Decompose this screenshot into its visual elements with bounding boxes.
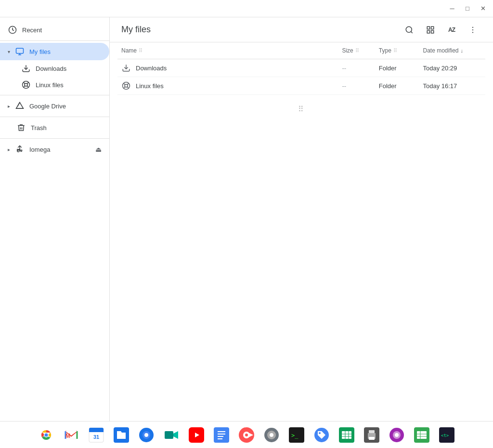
sidebar: Recent ▾ My files bbox=[0, 17, 110, 421]
file-name-cell: Linux files bbox=[117, 77, 338, 95]
svg-point-54 bbox=[245, 434, 248, 436]
file-name: Downloads bbox=[136, 65, 167, 72]
taskbar-youtube[interactable] bbox=[185, 423, 208, 447]
svg-rect-16 bbox=[431, 26, 434, 29]
svg-rect-15 bbox=[427, 26, 429, 29]
sidebar-item-iomega[interactable]: ▸ Iomega ⏏ bbox=[0, 141, 109, 158]
svg-rect-72 bbox=[369, 437, 375, 440]
minimize-button[interactable]: ─ bbox=[448, 4, 456, 13]
svg-point-24 bbox=[125, 84, 128, 87]
taskbar-music[interactable] bbox=[235, 423, 258, 447]
taskbar-terminal[interactable]: >_ bbox=[285, 423, 308, 447]
svg-rect-17 bbox=[427, 30, 429, 33]
svg-line-7 bbox=[24, 82, 25, 84]
taskbar-dev[interactable]: <t> bbox=[435, 423, 458, 447]
file-list: Name ⠿ Size ⠿ Type bbox=[110, 42, 493, 421]
download-icon bbox=[121, 63, 131, 73]
drag-handle-name: ⠿ bbox=[139, 48, 143, 54]
svg-point-6 bbox=[25, 83, 27, 86]
svg-text:>_: >_ bbox=[291, 432, 298, 439]
taskbar-sheets2[interactable] bbox=[410, 423, 433, 447]
table-header: Name ⠿ Size ⠿ Type bbox=[117, 42, 485, 59]
sidebar-item-downloads[interactable]: Downloads bbox=[0, 60, 109, 77]
file-size: -- bbox=[338, 77, 375, 95]
clock-icon bbox=[8, 25, 17, 35]
sidebar-item-myfiles[interactable]: ▾ My files bbox=[0, 43, 109, 60]
usb-icon bbox=[15, 145, 25, 154]
linux-icon bbox=[21, 80, 31, 90]
sort-button[interactable]: AZ bbox=[443, 21, 460, 39]
svg-line-28 bbox=[124, 87, 125, 88]
svg-point-20 bbox=[472, 29, 473, 30]
svg-point-13 bbox=[406, 26, 412, 32]
sidebar-item-linuxfiles-label: Linux files bbox=[36, 81, 64, 89]
column-header-date[interactable]: Date modified ↓ bbox=[419, 42, 485, 59]
svg-rect-44 bbox=[165, 431, 173, 439]
window-chrome: ─ □ ✕ bbox=[0, 0, 493, 17]
table-body: Downloads--FolderToday 20:29 Linux files… bbox=[117, 59, 485, 95]
taskbar-chromium[interactable] bbox=[260, 423, 283, 447]
svg-point-58 bbox=[270, 433, 273, 437]
taskbar-tag[interactable] bbox=[310, 423, 333, 447]
svg-point-21 bbox=[472, 32, 473, 33]
table-row[interactable]: Linux files--FolderToday 16:17 bbox=[117, 77, 485, 95]
taskbar-canister[interactable] bbox=[385, 423, 408, 447]
taskbar-sheets[interactable] bbox=[335, 423, 358, 447]
svg-line-10 bbox=[24, 86, 25, 87]
monitor-icon bbox=[15, 47, 25, 56]
drag-dots-icon: ⠿ bbox=[298, 105, 305, 114]
sidebar-item-googledrive-label: Google Drive bbox=[29, 103, 102, 110]
eject-button[interactable]: ⏏ bbox=[95, 145, 102, 153]
svg-point-42 bbox=[144, 433, 148, 437]
svg-line-14 bbox=[411, 31, 412, 33]
taskbar-chrome[interactable] bbox=[35, 423, 58, 447]
file-name: Linux files bbox=[136, 82, 164, 90]
svg-line-27 bbox=[127, 83, 129, 85]
table-row[interactable]: Downloads--FolderToday 20:29 bbox=[117, 59, 485, 77]
search-button[interactable] bbox=[401, 21, 418, 39]
drag-handle-size: ⠿ bbox=[355, 48, 359, 54]
svg-line-12 bbox=[20, 149, 21, 151]
svg-line-8 bbox=[27, 86, 28, 87]
sidebar-item-linuxfiles[interactable]: Linux files bbox=[0, 77, 109, 93]
file-size: -- bbox=[338, 59, 375, 77]
sidebar-item-recent-label: Recent bbox=[22, 26, 102, 34]
svg-point-62 bbox=[319, 432, 321, 434]
grid-view-button[interactable] bbox=[422, 21, 439, 39]
chevron-right-icon-2: ▸ bbox=[8, 147, 10, 152]
toolbar-actions: AZ bbox=[401, 21, 481, 39]
sidebar-item-googledrive[interactable]: ▸ Google Drive bbox=[0, 97, 109, 115]
taskbar-meet[interactable] bbox=[160, 423, 183, 447]
taskbar-printer[interactable] bbox=[360, 423, 383, 447]
svg-rect-48 bbox=[218, 431, 225, 432]
file-type: Folder bbox=[375, 77, 419, 95]
column-header-size[interactable]: Size ⠿ bbox=[338, 42, 375, 59]
taskbar-calendar[interactable]: 31 bbox=[85, 423, 108, 447]
taskbar-remote[interactable] bbox=[135, 423, 158, 447]
svg-rect-47 bbox=[214, 427, 229, 443]
sidebar-divider-3 bbox=[0, 117, 109, 117]
svg-rect-51 bbox=[218, 438, 222, 439]
download-icon bbox=[21, 64, 31, 73]
linux-icon bbox=[121, 81, 131, 91]
file-type: Folder bbox=[375, 59, 419, 77]
taskbar-docs[interactable] bbox=[210, 423, 233, 447]
svg-rect-71 bbox=[369, 430, 375, 433]
sidebar-item-trash[interactable]: Trash bbox=[0, 119, 109, 136]
close-button[interactable]: ✕ bbox=[479, 4, 487, 13]
taskbar-gmail[interactable]: M bbox=[60, 423, 83, 447]
file-table: Name ⠿ Size ⠿ Type bbox=[117, 42, 485, 95]
svg-point-32 bbox=[45, 433, 48, 436]
svg-rect-64 bbox=[342, 431, 351, 439]
maximize-button[interactable]: □ bbox=[463, 4, 472, 13]
more-options-button[interactable] bbox=[464, 21, 481, 39]
svg-line-25 bbox=[124, 83, 125, 85]
chevron-right-icon: ▸ bbox=[8, 104, 10, 109]
sidebar-item-recent[interactable]: Recent bbox=[0, 21, 109, 39]
drag-area: ⠿ bbox=[117, 95, 485, 123]
taskbar-files[interactable] bbox=[110, 423, 133, 447]
column-header-name[interactable]: Name ⠿ bbox=[117, 42, 338, 59]
sidebar-item-myfiles-label: My files bbox=[29, 48, 102, 55]
column-header-type[interactable]: Type ⠿ bbox=[375, 42, 419, 59]
svg-text:31: 31 bbox=[93, 434, 99, 440]
